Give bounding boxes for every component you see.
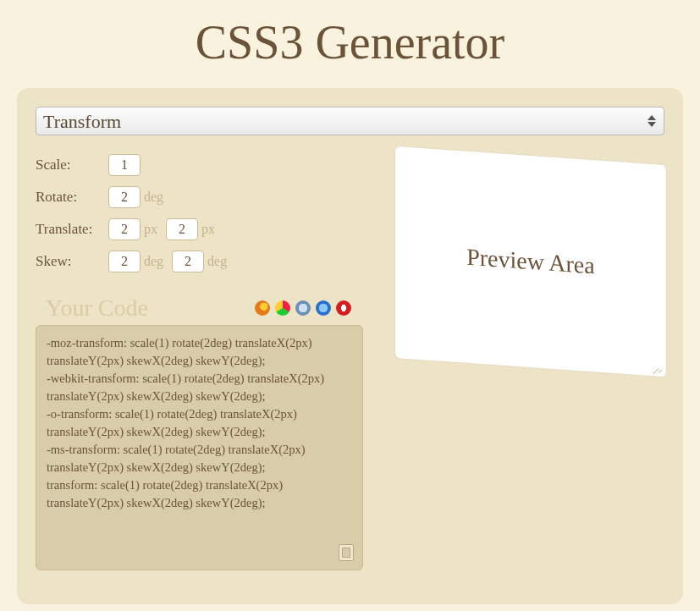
translate-x-unit: px bbox=[144, 222, 157, 237]
ie-icon bbox=[316, 300, 331, 316]
main-panel: Transform Scale: Rotate: deg Translate: … bbox=[17, 88, 683, 604]
code-output[interactable]: -moz-transform: scale(1) rotate(2deg) tr… bbox=[36, 325, 363, 570]
chrome-icon bbox=[275, 300, 290, 316]
scale-input[interactable] bbox=[108, 154, 141, 176]
skew-x-unit: deg bbox=[144, 254, 163, 269]
opera-icon bbox=[336, 300, 351, 316]
page-title: CSS3 Generator bbox=[0, 15, 700, 69]
preview-area: Preview Area bbox=[395, 146, 666, 377]
translate-row: Translate: px px bbox=[36, 218, 363, 240]
code-panel: Your Code -moz-transform: scale(1) rotat… bbox=[36, 294, 363, 570]
rotate-input[interactable] bbox=[108, 186, 141, 208]
translate-y-unit: px bbox=[201, 222, 215, 237]
scale-row: Scale: bbox=[36, 154, 363, 176]
skew-y-unit: deg bbox=[207, 254, 227, 269]
resize-handle-icon[interactable] bbox=[653, 362, 663, 373]
rotate-label: Rotate: bbox=[36, 189, 108, 206]
skew-x-input[interactable] bbox=[108, 250, 141, 272]
firefox-icon bbox=[255, 300, 270, 316]
code-title: Your Code bbox=[46, 294, 148, 322]
skew-y-input[interactable] bbox=[172, 250, 204, 272]
preview-label: Preview Area bbox=[466, 244, 595, 280]
browser-icons bbox=[255, 300, 351, 316]
safari-icon bbox=[295, 300, 311, 316]
translate-x-input[interactable] bbox=[108, 218, 141, 240]
rotate-unit: deg bbox=[144, 190, 163, 205]
transform-dropdown-wrap: Transform bbox=[36, 107, 664, 135]
translate-label: Translate: bbox=[36, 221, 108, 238]
translate-y-input[interactable] bbox=[166, 218, 198, 240]
transform-dropdown[interactable]: Transform bbox=[36, 107, 664, 135]
code-text: -moz-transform: scale(1) rotate(2deg) tr… bbox=[47, 336, 328, 509]
skew-label: Skew: bbox=[36, 253, 108, 270]
copy-icon[interactable] bbox=[339, 544, 354, 561]
skew-row: Skew: deg deg bbox=[36, 250, 363, 272]
scale-label: Scale: bbox=[36, 157, 108, 173]
rotate-row: Rotate: deg bbox=[36, 186, 363, 208]
